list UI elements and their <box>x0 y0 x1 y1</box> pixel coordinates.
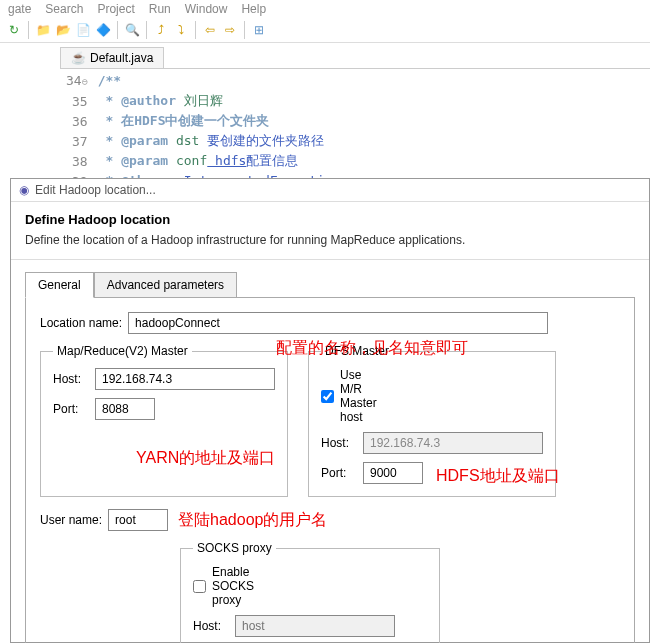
tab-general-content: Location name: 配置的名称，见名知意即可 Map/Reduce(V… <box>25 297 635 643</box>
dialog-header-title: Define Hadoop location <box>25 212 635 227</box>
folder-icon[interactable]: 📁 <box>35 22 51 38</box>
menu-item[interactable]: Window <box>185 2 228 16</box>
use-mr-host-checkbox[interactable] <box>321 390 334 403</box>
menubar: gate Search Project Run Window Help <box>0 0 650 18</box>
socks-legend: SOCKS proxy <box>193 541 276 555</box>
menu-item[interactable]: gate <box>8 2 31 16</box>
mr-port-label: Port: <box>53 402 89 416</box>
menu-item[interactable]: Search <box>45 2 83 16</box>
tab-advanced[interactable]: Advanced parameters <box>94 272 237 298</box>
editor-tab-label: Default.java <box>90 51 153 65</box>
tab-general[interactable]: General <box>25 272 94 298</box>
menu-item[interactable]: Project <box>97 2 134 16</box>
mr-host-input[interactable] <box>95 368 275 390</box>
socks-host-input <box>235 615 395 637</box>
dialog-tabs: General Advanced parameters <box>25 272 635 298</box>
dialog-header-desc: Define the location of a Hadoop infrastr… <box>25 233 635 247</box>
java-file-icon: ☕ <box>71 51 86 65</box>
user-name-label: User name: <box>40 513 102 527</box>
location-name-label: Location name: <box>40 316 122 330</box>
dfs-master-fieldset: DFS Master Use M/R Master host Host: Por… <box>308 344 556 497</box>
user-name-input[interactable] <box>108 509 168 531</box>
hadoop-location-dialog: ◉ Edit Hadoop location... Define Hadoop … <box>10 178 650 643</box>
dfs-host-label: Host: <box>321 436 357 450</box>
socks-proxy-fieldset: SOCKS proxy Enable SOCKS proxy Host: Por… <box>180 541 440 643</box>
dfs-master-legend: DFS Master <box>321 344 393 358</box>
dialog-title: Edit Hadoop location... <box>35 183 156 197</box>
dialog-header: Define Hadoop location Define the locati… <box>11 202 649 260</box>
file-icon[interactable]: 📄 <box>75 22 91 38</box>
perspective-icon[interactable]: ⊞ <box>251 22 267 38</box>
location-name-input[interactable] <box>128 312 548 334</box>
socks-host-label: Host: <box>193 619 229 633</box>
type-icon[interactable]: 🔷 <box>95 22 111 38</box>
dfs-host-input <box>363 432 543 454</box>
refresh-icon[interactable]: ↻ <box>6 22 22 38</box>
toolbar: ↻ 📁 📂 📄 🔷 🔍 ⤴ ⤵ ⇦ ⇨ ⊞ <box>0 18 650 43</box>
dfs-port-input[interactable] <box>363 462 423 484</box>
menu-item[interactable]: Help <box>241 2 266 16</box>
open-icon[interactable]: 📂 <box>55 22 71 38</box>
forward-icon[interactable]: ⇨ <box>222 22 238 38</box>
dfs-port-label: Port: <box>321 466 357 480</box>
eclipse-icon: ◉ <box>19 183 29 197</box>
mr-host-label: Host: <box>53 372 89 386</box>
next-annotation-icon[interactable]: ⤵ <box>173 22 189 38</box>
dialog-titlebar: ◉ Edit Hadoop location... <box>11 179 649 202</box>
menu-item[interactable]: Run <box>149 2 171 16</box>
use-mr-host-label: Use M/R Master host <box>340 368 376 424</box>
enable-socks-label: Enable SOCKS proxy <box>212 565 248 607</box>
mr-port-input[interactable] <box>95 398 155 420</box>
editor-tab[interactable]: ☕ Default.java <box>60 47 164 68</box>
prev-annotation-icon[interactable]: ⤴ <box>153 22 169 38</box>
annotation-user: 登陆hadoop的用户名 <box>178 510 327 531</box>
back-icon[interactable]: ⇦ <box>202 22 218 38</box>
mr-master-fieldset: Map/Reduce(V2) Master Host: Port: <box>40 344 288 497</box>
search-icon[interactable]: 🔍 <box>124 22 140 38</box>
mr-master-legend: Map/Reduce(V2) Master <box>53 344 192 358</box>
enable-socks-checkbox[interactable] <box>193 580 206 593</box>
